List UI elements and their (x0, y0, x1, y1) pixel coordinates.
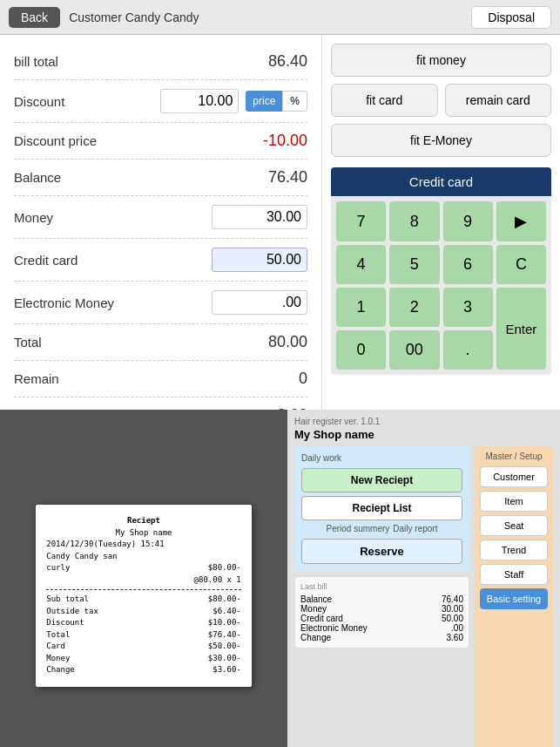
receipt-change-row: Change $3.60- (46, 664, 241, 676)
remain-card-button[interactable]: remain card (445, 84, 552, 117)
discount-row: Discount price % (14, 80, 307, 123)
key-9[interactable]: 9 (443, 201, 493, 241)
receipt-simulator: Reciept My Shop name 2014/12/30(Tuesday)… (0, 410, 287, 747)
receipt-total-label: Total (46, 629, 70, 642)
mini-version: Hair register ver. 1.0.1 (294, 417, 553, 426)
master-staff-button[interactable]: Staff (480, 564, 548, 585)
fit-money-button[interactable]: fit money (331, 44, 551, 77)
discount-price-value: -10.00 (238, 132, 307, 150)
key-enter[interactable]: Enter (496, 288, 546, 370)
key-2[interactable]: 2 (389, 288, 439, 327)
tax-row: Outside tax $6.40- (46, 606, 241, 618)
discount-label: Discount (14, 94, 160, 109)
lb-balance-value: 76.40 (442, 594, 463, 604)
emoney-label: Electronic Money (14, 295, 212, 310)
money-input[interactable] (212, 205, 307, 229)
remain-row: Remain 0 (14, 361, 307, 397)
receipt-change-label: Change (46, 664, 75, 676)
daily-title: Daily work (301, 453, 462, 463)
tax-label: Outside tax (46, 606, 98, 618)
last-bill-title: Last bill (300, 582, 463, 591)
remain-value: 0 (238, 370, 307, 388)
new-receipt-button[interactable]: New Reciept (301, 468, 462, 492)
key-dot[interactable]: . (443, 330, 493, 370)
master-seat-button[interactable]: Seat (480, 515, 548, 536)
percent-button[interactable]: % (282, 91, 307, 112)
daily-report-link[interactable]: Daily report (393, 524, 437, 533)
credit-label: Credit card (14, 253, 212, 268)
receipt-list-button[interactable]: Reciept List (301, 496, 462, 520)
master-basic-setting-button[interactable]: Basic setting (480, 588, 548, 609)
receipt-money-label: Money (46, 653, 70, 665)
key-00[interactable]: 00 (389, 330, 439, 370)
balance-value: 76.40 (238, 168, 307, 187)
money-row: Money (14, 196, 307, 239)
price-button[interactable]: price (246, 91, 282, 112)
mini-app: Hair register ver. 1.0.1 My Shop name Da… (287, 410, 560, 747)
discount-price-label: Discount price (14, 133, 238, 148)
mini-shopname: My Shop name (294, 428, 553, 441)
receipt-total-value: $76.40- (208, 629, 241, 642)
emoney-input[interactable] (212, 290, 307, 315)
lb-change-row: Change 3.60 (300, 633, 463, 642)
credit-row: Credit card (14, 239, 307, 282)
key-5[interactable]: 5 (389, 245, 439, 284)
discount-btns: price % (246, 91, 307, 112)
back-button[interactable]: Back (9, 7, 60, 28)
mini-content: Daily work New Reciept Reciept List Peri… (294, 446, 553, 747)
period-row: Period summery Daily report (301, 524, 462, 533)
key-3[interactable]: 3 (443, 288, 493, 327)
bill-total-row: bill total 86.40 (14, 44, 307, 80)
key-7[interactable]: 7 (336, 201, 386, 241)
lb-money-label: Money (300, 604, 327, 614)
fit-card-button[interactable]: fit card (331, 84, 438, 117)
reserve-button[interactable]: Reserve (301, 539, 462, 564)
fit-card-row: fit card remain card (331, 84, 551, 117)
lb-balance-row: Balance 76.40 (300, 594, 463, 604)
lb-emoney-value: .00 (451, 623, 463, 633)
receipt-card-row: Card $50.00- (46, 641, 241, 653)
right-panel: fit money fit card remain card fit E-Mon… (322, 35, 560, 410)
receipt-card-label: Card (46, 641, 65, 653)
balance-label: Balance (14, 170, 238, 185)
master-title: Master / Setup (480, 452, 548, 461)
receipt-customer: Candy Candy san (46, 551, 241, 563)
receipt-photo: Reciept My Shop name 2014/12/30(Tuesday)… (0, 410, 287, 747)
discount-price-row: Discount price -10.00 (14, 123, 307, 160)
credit-input[interactable] (212, 248, 307, 272)
balance-row: Balance 76.40 (14, 160, 307, 196)
top-section: bill total 86.40 Discount price % Discou… (0, 35, 560, 410)
subtotal-row: Sub total $80.00- (46, 594, 241, 606)
master-customer-button[interactable]: Customer (480, 466, 548, 487)
receipt-date: 2014/12/30(Tuesday) 15:41 (46, 539, 241, 551)
discount-input[interactable] (160, 89, 239, 113)
key-clear[interactable]: C (496, 245, 546, 284)
master-trend-button[interactable]: Trend (480, 540, 548, 560)
master-item-button[interactable]: Item (480, 491, 548, 512)
tax-value: $6.40- (213, 606, 241, 618)
fit-emoney-button[interactable]: fit E-Money (331, 124, 551, 157)
lb-balance-label: Balance (300, 594, 332, 604)
key-arrow[interactable]: ▶ (496, 201, 546, 241)
key-6[interactable]: 6 (443, 245, 493, 284)
bottom-section: Reciept My Shop name 2014/12/30(Tuesday)… (0, 410, 560, 747)
lb-emoney-row: Electronic Money .00 (300, 623, 463, 633)
receipt-change-value: $3.60- (213, 664, 241, 676)
lb-emoney-label: Electronic Money (300, 623, 368, 633)
receipt-item-price: $80.00- (208, 562, 241, 574)
key-8[interactable]: 8 (389, 201, 439, 241)
receipt-discount-row: Discount $10.00- (46, 617, 241, 629)
lb-money-value: 30.00 (442, 604, 463, 614)
receipt-item-name: curly (46, 562, 70, 574)
key-1[interactable]: 1 (336, 288, 386, 327)
key-4[interactable]: 4 (336, 245, 386, 284)
receipt-total-row: Total $76.40- (46, 629, 241, 642)
period-summary-link[interactable]: Period summery (327, 524, 390, 533)
money-label: Money (14, 210, 212, 225)
key-0[interactable]: 0 (336, 330, 386, 370)
keypad-section: Credit card 7 8 9 ▶ 4 5 6 C 1 2 3 Enter … (331, 167, 551, 375)
disposal-button[interactable]: Disposal (471, 6, 551, 29)
lb-credit-label: Credit card (300, 614, 343, 623)
receipt-item-row: curly $80.00- (46, 562, 241, 574)
subtotal-value: $80.00- (208, 594, 241, 606)
